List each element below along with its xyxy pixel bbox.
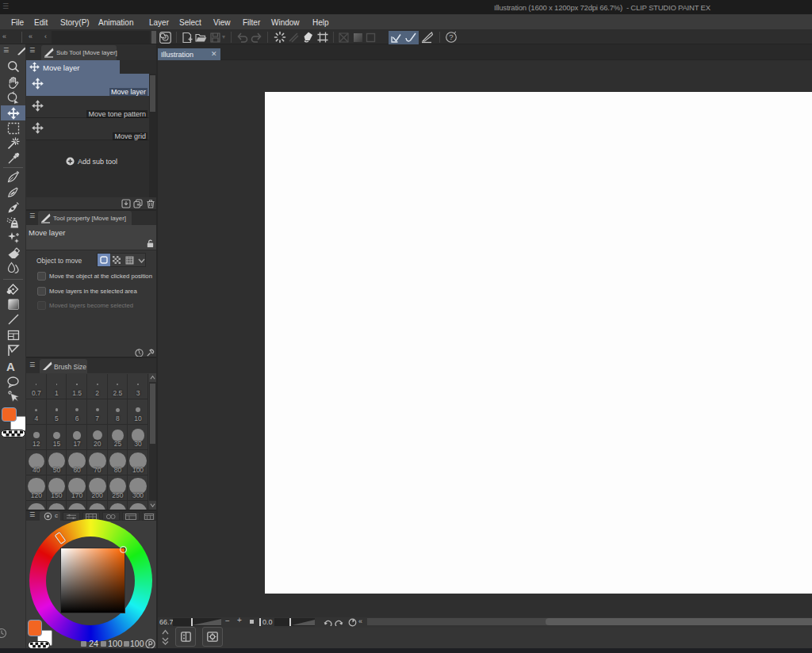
svg-text:?: ? [449, 32, 453, 41]
